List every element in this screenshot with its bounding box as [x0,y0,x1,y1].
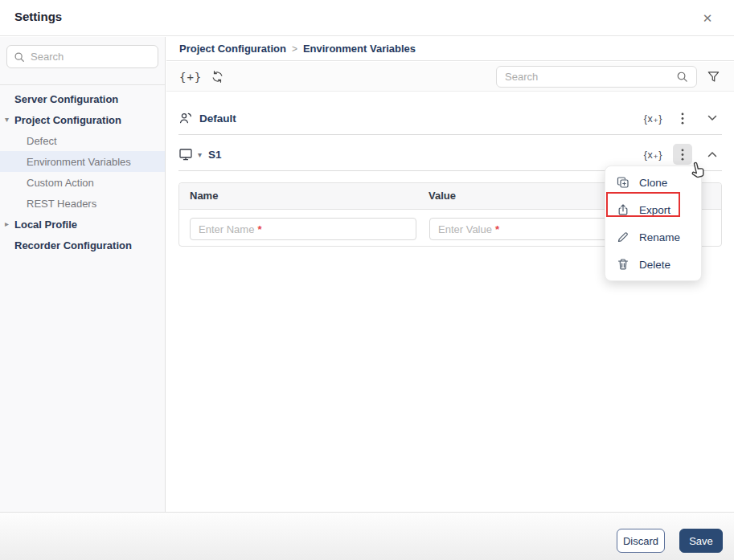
refresh-icon [211,70,224,84]
caret-down-icon: ▾ [5,115,9,124]
toolbar: {+} Search [166,62,734,92]
sidebar-item-defect[interactable]: Defect [0,130,165,151]
search-icon [14,51,25,63]
breadcrumb-separator-icon: > [292,43,297,55]
variables-search-placeholder: Search [505,71,676,83]
section-default-name: Default [199,112,236,125]
clone-icon [617,176,629,189]
sidebar-item-local-profile[interactable]: ▸ Local Profile [0,214,165,235]
discard-button[interactable]: Discard [617,529,665,553]
sidebar-item-custom-action[interactable]: Custom Action [0,172,165,193]
default-expand-button[interactable] [703,108,722,129]
kebab-icon [681,149,684,161]
close-icon: ✕ [703,11,713,25]
sidebar-nav: Server Configuration ▾ Project Configura… [0,88,165,255]
name-input[interactable]: Enter Name * [190,218,416,240]
sidebar-divider [0,84,165,85]
menu-item-delete[interactable]: Delete [605,251,701,278]
filter-icon [707,70,720,84]
sidebar-search-input[interactable]: Search [6,45,158,68]
menu-item-rename[interactable]: Rename [605,223,701,251]
settings-dialog: Settings ✕ Search Server Configuration ▾… [0,0,734,560]
name-input-placeholder: Enter Name [199,223,254,235]
kebab-icon [681,112,684,125]
default-variables-badge-icon[interactable]: {x₊} [644,112,662,125]
dialog-header: Settings ✕ [0,0,734,36]
menu-item-clone[interactable]: Clone [605,169,701,196]
caret-right-icon: ▸ [5,219,9,228]
sidebar-item-recorder-configuration[interactable]: Recorder Configuration [0,235,165,255]
refresh-button[interactable] [211,62,224,92]
pencil-icon [617,231,629,243]
chevron-down-icon [707,115,717,121]
sidebar-item-project-configuration[interactable]: ▾ Project Configuration [0,109,165,130]
default-kebab-menu-button[interactable] [673,108,692,129]
add-variables-button[interactable]: {+} [179,62,202,92]
monitor-icon [178,147,193,161]
section-divider [178,134,722,135]
section-s1-name: S1 [208,149,222,161]
column-header-name: Name [190,190,218,202]
s1-kebab-menu-button[interactable] [673,144,692,165]
dialog-title: Settings [14,10,62,23]
caret-down-icon[interactable]: ▾ [198,150,202,159]
export-icon [617,203,629,216]
sidebar-item-server-configuration[interactable]: Server Configuration [0,88,165,109]
save-button[interactable]: Save [679,529,723,553]
sidebar: Search Server Configuration ▾ Project Co… [0,37,166,512]
breadcrumb-current: Environment Variables [303,43,416,55]
footer: Discard Save [0,513,734,560]
required-marker: * [257,223,261,235]
column-header-value: Value [429,190,456,202]
search-icon [676,71,688,83]
variables-search-input[interactable]: Search [496,66,697,88]
sidebar-item-environment-variables[interactable]: Environment Variables [0,151,165,172]
menu-item-export[interactable]: Export [605,196,701,223]
filter-button[interactable] [703,62,724,92]
users-icon [178,111,193,125]
s1-variables-badge-icon[interactable]: {x₊} [644,149,662,161]
close-button[interactable]: ✕ [699,10,716,27]
section-default[interactable]: Default {x₊} [178,103,722,133]
breadcrumb-parent[interactable]: Project Configuration [179,43,286,55]
breadcrumb: Project Configuration > Environment Vari… [166,37,734,61]
sidebar-search-placeholder: Search [31,51,64,63]
required-marker: * [495,223,499,235]
trash-icon [617,258,629,271]
add-variables-icon: {+} [179,71,202,84]
value-input-placeholder: Enter Value [438,223,492,235]
context-menu: Clone Export Rename [605,166,702,281]
s1-collapse-button[interactable] [703,144,722,165]
chevron-up-icon [707,151,717,157]
sidebar-item-rest-headers[interactable]: REST Headers [0,193,165,214]
